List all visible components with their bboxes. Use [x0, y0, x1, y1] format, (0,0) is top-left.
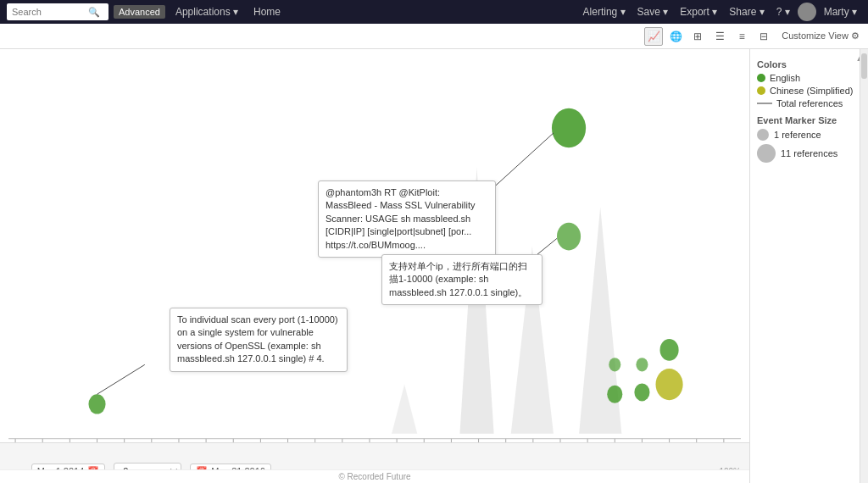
chinese-label: Chinese (Simplified)	[770, 86, 853, 96]
detail-list-icon[interactable]: ≡	[732, 27, 751, 46]
event-marker-section: Event Marker Size 1 reference 11 referen…	[757, 115, 861, 163]
svg-point-73	[557, 223, 581, 251]
svg-point-66	[609, 358, 620, 371]
tooltip-1: @phantom3h RT @KitPloit: MassBleed - Mas…	[318, 180, 496, 258]
svg-point-69	[656, 369, 683, 400]
timeline-chart[interactable]: Mar 2014 Apr May Jun Jul Aug Sep Oct Nov…	[0, 49, 749, 483]
nav-applications[interactable]: Applications ▾	[170, 6, 243, 18]
svg-point-70	[660, 339, 679, 361]
user-menu-button[interactable]: Marty ▾	[820, 6, 861, 18]
tooltip-3: To individual scan every port (1-10000) …	[170, 308, 348, 372]
legend-scrollbar[interactable]	[860, 49, 868, 483]
avatar	[798, 3, 816, 21]
svg-rect-0	[0, 49, 749, 483]
globe-icon[interactable]: 🌐	[666, 27, 685, 46]
svg-point-68	[636, 358, 648, 371]
save-button[interactable]: Save ▾	[633, 6, 673, 18]
marker-small-label: 1 reference	[774, 130, 821, 140]
svg-point-63	[88, 394, 105, 414]
marker-large-label: 11 references	[781, 148, 837, 158]
top-navigation: 🔍 Advanced Applications ▾ Home Alerting …	[0, 0, 868, 24]
list-icon[interactable]: ☰	[710, 27, 729, 46]
chinese-color-dot	[757, 86, 765, 95]
chart-icon[interactable]: 📈	[644, 27, 663, 46]
advanced-button[interactable]: Advanced	[114, 5, 165, 19]
search-input[interactable]	[12, 7, 88, 17]
chart-area: MassBleed Mar 2014 Apr May	[0, 49, 749, 483]
svg-point-65	[607, 386, 622, 403]
customize-gear-icon: ⚙	[851, 31, 860, 41]
english-color-dot	[757, 74, 765, 82]
svg-point-67	[634, 383, 649, 401]
marker-large-item: 11 references	[757, 144, 861, 163]
legend-panel: ▲ Colors English Chinese (Simplified) To…	[749, 49, 868, 483]
customize-view-button[interactable]: Customize View ⚙	[782, 31, 860, 42]
table-icon[interactable]: ⊟	[754, 27, 773, 46]
export-button[interactable]: Export ▾	[676, 6, 721, 18]
legend-item-chinese: Chinese (Simplified)	[757, 86, 861, 96]
total-ref-line	[757, 103, 772, 104]
nav-home[interactable]: Home	[248, 6, 286, 18]
colors-legend-title: Colors	[757, 59, 861, 69]
english-label: English	[770, 73, 800, 83]
event-marker-title: Event Marker Size	[757, 115, 861, 125]
share-button[interactable]: Share ▾	[725, 6, 768, 18]
grid-icon[interactable]: ⊞	[688, 27, 707, 46]
tooltip-2: 支持对单个ip，进行所有端口的扫描1-10000 (example: sh ma…	[381, 254, 542, 305]
svg-point-71	[552, 108, 586, 148]
customize-view-label: Customize View	[782, 31, 849, 41]
total-ref-label: Total references	[776, 98, 843, 108]
marker-small-circle	[757, 129, 769, 141]
marker-small-item: 1 reference	[757, 129, 861, 141]
footer-credit: © Recorded Future	[0, 469, 749, 483]
search-icon-button[interactable]: 🔍	[88, 7, 100, 18]
marker-large-circle	[757, 144, 776, 163]
help-button[interactable]: ? ▾	[772, 6, 794, 18]
legend-item-english: English	[757, 73, 861, 83]
alerting-button[interactable]: Alerting ▾	[579, 6, 630, 18]
view-toolbar: 📈 🌐 ⊞ ☰ ≡ ⊟ Customize View ⚙	[0, 24, 868, 49]
main-content: MassBleed Mar 2014 Apr May	[0, 49, 868, 483]
legend-item-total: Total references	[757, 98, 861, 108]
search-box[interactable]: 🔍	[7, 3, 108, 20]
legend-scrollbar-thumb[interactable]	[861, 53, 867, 79]
nav-right-controls: Alerting ▾ Save ▾ Export ▾ Share ▾ ? ▾ M…	[579, 3, 861, 21]
